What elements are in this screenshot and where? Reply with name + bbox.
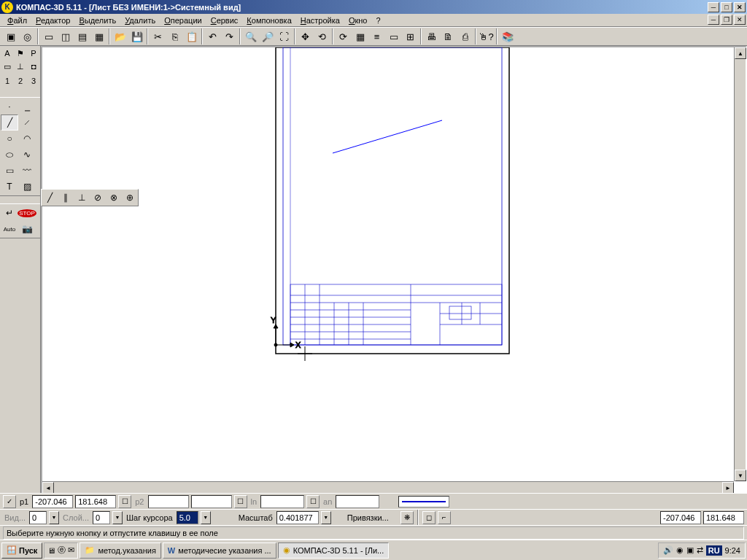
circle-tool[interactable]: ○ bbox=[1, 131, 18, 147]
hatch-tool[interactable]: ▨ bbox=[18, 179, 36, 195]
p1-y-input[interactable] bbox=[75, 495, 116, 508]
volume-icon[interactable]: 🔊 bbox=[663, 545, 673, 555]
line-tangent-button[interactable]: ⊘ bbox=[90, 190, 106, 206]
tray-icon-1[interactable]: ◉ bbox=[676, 545, 684, 555]
mode-sheet-button[interactable]: ▭ bbox=[1, 60, 14, 73]
ellipse-tool[interactable]: ⬭ bbox=[1, 147, 18, 163]
aux-line-tool[interactable]: ⎯ bbox=[18, 98, 36, 114]
maximize-button[interactable]: □ bbox=[721, 2, 732, 12]
p2-y-input[interactable] bbox=[191, 495, 232, 508]
step-input[interactable] bbox=[177, 511, 198, 524]
layer-dropdown[interactable]: ▼ bbox=[112, 511, 123, 524]
menu-layout[interactable]: Компоновка bbox=[242, 15, 295, 26]
line-chain-button[interactable]: ⊕ bbox=[122, 190, 138, 206]
language-indicator[interactable]: RU bbox=[706, 545, 722, 556]
scroll-right-button[interactable]: ► bbox=[722, 482, 734, 494]
library-button[interactable]: 📚 bbox=[499, 28, 516, 44]
layer-input[interactable] bbox=[93, 511, 110, 524]
zoom-out-button[interactable]: 🔎 bbox=[259, 28, 276, 44]
preview-button[interactable]: 🗎 bbox=[440, 28, 457, 44]
snap-label[interactable]: Привязки... bbox=[346, 513, 390, 522]
p1-x-input[interactable] bbox=[32, 495, 73, 508]
menu-operations[interactable]: Операции bbox=[160, 15, 206, 26]
mode-ortho-button[interactable]: ⊥ bbox=[14, 60, 27, 73]
task-folder[interactable]: 📁 метод.указания bbox=[80, 542, 160, 559]
scroll-left-button[interactable]: ◄ bbox=[42, 482, 54, 494]
menu-delete[interactable]: Удалить bbox=[120, 15, 160, 26]
refresh-button[interactable]: ⟳ bbox=[335, 28, 352, 44]
mdi-close-button[interactable]: ✕ bbox=[734, 15, 746, 25]
ln-lock-button[interactable]: ☐ bbox=[234, 495, 247, 508]
camera-button[interactable]: 📷 bbox=[18, 221, 36, 237]
close-button[interactable]: ✕ bbox=[734, 2, 746, 12]
task-word[interactable]: W методичесие указания ... bbox=[163, 542, 276, 559]
new-text-button[interactable]: ▦ bbox=[90, 28, 107, 44]
view-dropdown[interactable]: ▼ bbox=[49, 511, 59, 524]
grid-button[interactable]: ▦ bbox=[352, 28, 368, 44]
menu-file[interactable]: Файл bbox=[3, 15, 31, 26]
new-doc-button[interactable]: ▭ bbox=[40, 28, 57, 44]
stop-button[interactable]: STOP bbox=[18, 205, 36, 221]
scroll-up-button[interactable]: ▲ bbox=[735, 47, 746, 59]
start-button[interactable]: 🪟 Пуск bbox=[1, 542, 42, 559]
ortho-toggle-button[interactable]: ⌐ bbox=[438, 511, 451, 524]
new-asm-button[interactable]: ◎ bbox=[19, 28, 36, 44]
menu-window[interactable]: Окно bbox=[344, 15, 372, 26]
pan-button[interactable]: ✥ bbox=[297, 28, 314, 44]
plot-button[interactable]: ⎙ bbox=[457, 28, 473, 44]
mode-snap-button[interactable]: ◘ bbox=[27, 60, 40, 73]
zoom-window-button[interactable]: ⛶ bbox=[276, 28, 293, 44]
help-cursor-button[interactable]: 🖱? bbox=[478, 28, 495, 44]
ie-icon[interactable]: ⓔ bbox=[58, 545, 66, 556]
tab-2[interactable]: 2 bbox=[14, 74, 27, 88]
polyline-tool[interactable]: ⟋ bbox=[18, 114, 36, 131]
tab-1[interactable]: 1 bbox=[1, 74, 14, 88]
paste-button[interactable]: 📋 bbox=[183, 28, 200, 44]
create-button[interactable]: ↵ bbox=[1, 205, 18, 221]
cut-button[interactable]: ✂ bbox=[150, 28, 166, 44]
horizontal-scrollbar[interactable]: ◄ ► bbox=[42, 481, 734, 493]
open-button[interactable]: 📂 bbox=[112, 28, 128, 44]
print-button[interactable]: 🖶 bbox=[423, 28, 440, 44]
auto-button[interactable]: Auto bbox=[1, 221, 18, 237]
layers-button[interactable]: ≡ bbox=[368, 28, 385, 44]
desktop-icon[interactable]: 🖥 bbox=[47, 546, 55, 555]
tab-3[interactable]: 3 bbox=[27, 74, 40, 88]
menu-help[interactable]: ? bbox=[372, 15, 385, 26]
view-input[interactable] bbox=[29, 511, 47, 524]
an-lock-button[interactable]: ☐ bbox=[306, 495, 320, 508]
outlook-icon[interactable]: ✉ bbox=[68, 545, 74, 555]
text-tool[interactable]: T bbox=[1, 179, 18, 195]
menu-editor[interactable]: Редактор bbox=[31, 15, 74, 26]
line-parallel-button[interactable]: ∥ bbox=[58, 190, 74, 206]
save-button[interactable]: 💾 bbox=[128, 28, 145, 44]
mode-flag-button[interactable]: ⚑ bbox=[14, 47, 27, 60]
clock[interactable]: 9:24 bbox=[725, 546, 740, 555]
scroll-down-button[interactable]: ▼ bbox=[735, 470, 746, 481]
copy-button[interactable]: ⎘ bbox=[166, 28, 183, 44]
drawing-canvas[interactable]: X Y bbox=[42, 47, 746, 493]
scale-input[interactable] bbox=[276, 511, 319, 524]
new-sheet-button[interactable]: ◫ bbox=[57, 28, 74, 44]
spline-tool[interactable]: ∿ bbox=[18, 147, 36, 163]
menu-settings[interactable]: Настройка bbox=[296, 15, 344, 26]
mdi-minimize-button[interactable]: ─ bbox=[708, 15, 719, 25]
mode-p-button[interactable]: P bbox=[27, 47, 40, 60]
ln-input[interactable] bbox=[260, 495, 304, 508]
minimize-button[interactable]: ─ bbox=[708, 2, 719, 12]
views-button[interactable]: ▭ bbox=[385, 28, 402, 44]
task-kompas[interactable]: ◉ КОМПАС-3D 5.11 - [Ли... bbox=[278, 542, 390, 559]
line-seg-button[interactable]: ╱ bbox=[42, 190, 58, 206]
rect-tool[interactable]: ▭ bbox=[1, 163, 18, 179]
snap-toggle-button[interactable]: ❋ bbox=[400, 511, 414, 524]
window-tile-button[interactable]: ⊞ bbox=[402, 28, 419, 44]
redo-button[interactable]: ↷ bbox=[221, 28, 238, 44]
linestyle-preview[interactable] bbox=[398, 496, 449, 508]
an-input[interactable] bbox=[336, 495, 379, 508]
new-part-button[interactable]: ▣ bbox=[2, 28, 19, 44]
menu-select[interactable]: Выделить bbox=[74, 15, 120, 26]
zoom-prev-button[interactable]: ⟲ bbox=[314, 28, 330, 44]
layer-label[interactable]: Слой... bbox=[61, 513, 90, 522]
p2-lock-button[interactable]: ☐ bbox=[118, 495, 131, 508]
line-tan2-button[interactable]: ⊗ bbox=[106, 190, 122, 206]
